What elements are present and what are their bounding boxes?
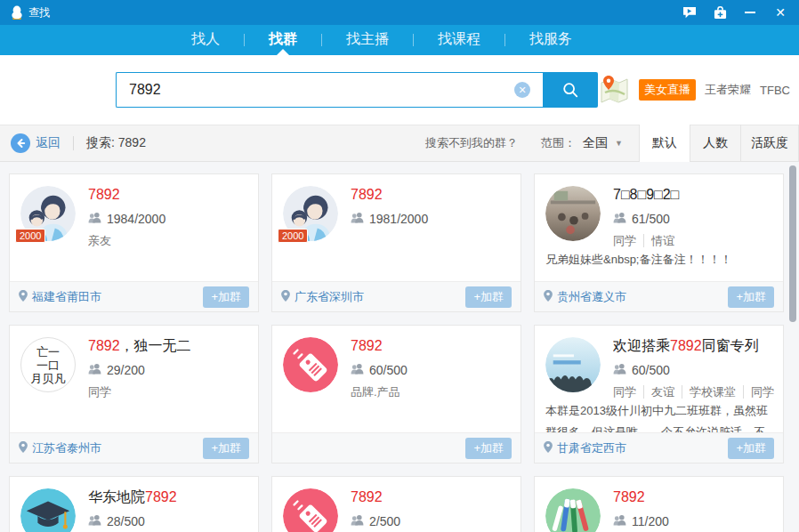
group-tags: 亲友 xyxy=(88,233,251,249)
group-card: 7892 2/500 品牌.产品 +加群 xyxy=(271,476,521,532)
group-title[interactable]: 7892 xyxy=(351,487,513,508)
window-titlebar: 查找 ✕ xyxy=(0,0,799,25)
member-count: 60/500 xyxy=(369,363,408,377)
group-tag: 友谊 xyxy=(643,385,674,399)
join-group-button[interactable]: +加群 xyxy=(465,286,512,308)
join-group-button[interactable]: +加群 xyxy=(203,438,249,459)
group-tags: 同学友谊学校课堂同学校友 xyxy=(613,384,776,400)
group-card: 7892 11/200 +加群 xyxy=(534,476,784,532)
member-count: 28/500 xyxy=(107,514,145,528)
group-tag: 品牌.产品 xyxy=(351,385,400,399)
group-avatar: 亡一一口月贝凡 xyxy=(20,337,76,392)
main-nav: 找人找群找主播找课程找服务 xyxy=(0,25,799,55)
search-button[interactable] xyxy=(543,72,598,108)
group-card: 华东地院7892 28/500 同学 +加群 xyxy=(9,476,259,532)
group-card: 欢迎搭乘7892同窗专列 60/500 同学友谊学校课堂同学校友 本群是2013… xyxy=(534,325,784,463)
nav-tab-2[interactable]: 找群 xyxy=(245,25,321,55)
cannot-find-group-link[interactable]: 搜索不到我的群？ xyxy=(425,135,518,151)
join-group-button[interactable]: +加群 xyxy=(465,438,512,459)
member-count: 29/200 xyxy=(107,363,145,377)
chevron-down-icon: ▼ xyxy=(615,139,623,148)
location-pin-icon xyxy=(544,441,553,455)
live-stream-badge[interactable]: 美女直播 xyxy=(639,79,696,101)
search-term-label: 搜索: 7892 xyxy=(86,135,146,151)
search-section: ✕ 美女直播 王者荣耀 TFBC xyxy=(0,55,799,125)
group-tag: 同学 xyxy=(613,234,636,247)
app-box-icon[interactable] xyxy=(708,3,731,22)
location-pin-icon xyxy=(281,290,290,304)
card-footer: +加群 xyxy=(272,432,521,463)
members-icon xyxy=(613,362,626,378)
group-tag: 同学 xyxy=(613,385,636,399)
group-tags: 同学 xyxy=(88,384,251,400)
group-title[interactable]: 欢迎搭乘7892同窗专列 xyxy=(613,335,776,357)
group-title[interactable]: 7892 xyxy=(351,335,513,357)
group-title[interactable]: 7892 xyxy=(351,184,513,206)
nav-tab-4[interactable]: 找课程 xyxy=(414,25,504,55)
location-pin-icon xyxy=(544,290,553,304)
group-title[interactable]: 7□8□9□2□ xyxy=(613,184,776,206)
group-avatar xyxy=(545,186,601,241)
nav-tab-5[interactable]: 找服务 xyxy=(505,25,596,55)
join-group-button[interactable]: +加群 xyxy=(728,438,774,459)
sort-tab-3[interactable]: 活跃度 xyxy=(740,125,799,162)
scrollbar-thumb[interactable] xyxy=(789,165,796,322)
members-icon xyxy=(88,362,101,378)
scope-dropdown[interactable]: 全国 ▼ xyxy=(583,135,623,151)
result-toolbar: 返回 搜索: 7892 搜索不到我的群？ 范围： 全国 ▼ 默认人数活跃度 xyxy=(0,125,799,162)
group-location: 甘肃省定西市 xyxy=(544,440,626,456)
group-tag: 学校课堂 xyxy=(682,385,736,399)
group-location: 江苏省泰州市 xyxy=(19,440,101,456)
group-card: 7892 60/500 品牌.产品 +加群 xyxy=(271,325,521,463)
card-footer: 广东省深圳市 +加群 xyxy=(272,281,521,311)
member-count: 1981/2000 xyxy=(369,212,428,226)
divider xyxy=(73,136,74,150)
group-avatar: 2000 xyxy=(283,186,338,241)
close-button[interactable]: ✕ xyxy=(769,3,792,22)
member-count: 1984/2000 xyxy=(107,212,165,226)
group-title[interactable]: 7892 xyxy=(88,184,251,206)
members-icon xyxy=(613,513,626,529)
join-group-button[interactable]: +加群 xyxy=(203,286,249,308)
nav-tab-3[interactable]: 找主播 xyxy=(322,25,413,55)
group-tag: 同学 xyxy=(743,385,774,399)
group-title[interactable]: 华东地院7892 xyxy=(88,487,251,508)
nav-tab-1[interactable]: 找人 xyxy=(167,25,244,55)
location-pin-icon xyxy=(19,441,28,455)
group-avatar xyxy=(283,488,338,532)
group-title[interactable]: 7892，独一无二 xyxy=(88,335,251,357)
group-location: 福建省莆田市 xyxy=(19,289,101,305)
window-title: 查找 xyxy=(28,5,50,20)
feedback-icon[interactable] xyxy=(678,3,701,22)
sort-tab-1[interactable]: 默认 xyxy=(639,125,690,162)
card-footer: 江苏省泰州市 +加群 xyxy=(10,432,258,463)
clear-search-icon[interactable]: ✕ xyxy=(514,82,530,98)
card-footer: 福建省莆田市 +加群 xyxy=(10,281,258,311)
card-footer: 贵州省遵义市 +加群 xyxy=(535,281,783,311)
join-group-button[interactable]: +加群 xyxy=(728,286,774,308)
sort-tab-2[interactable]: 人数 xyxy=(690,125,740,162)
group-tags: 同学情谊 xyxy=(613,233,776,249)
group-card: 2000 7892 1981/2000 广东省深圳市 +加群 xyxy=(271,173,521,312)
capacity-badge: 2000 xyxy=(15,229,45,243)
group-title[interactable]: 7892 xyxy=(613,487,776,508)
qq-logo-icon xyxy=(11,5,23,20)
group-avatar xyxy=(545,337,601,392)
minimize-button[interactable] xyxy=(738,3,762,22)
nearby-map-icon[interactable] xyxy=(598,74,630,106)
group-card: 2000 7892 1984/2000 亲友 福建省莆田市 +加群 xyxy=(9,173,259,312)
back-button[interactable]: 返回 xyxy=(11,133,61,153)
group-tag: 亲友 xyxy=(88,234,111,247)
member-count: 2/500 xyxy=(369,514,400,528)
scope-label: 范围： xyxy=(541,135,576,151)
hot-link-2[interactable]: TFBC xyxy=(760,84,790,97)
text-avatar: 亡一一口月贝凡 xyxy=(20,337,76,392)
group-description: 兄弟姐妹些&nbsp;备注备注！！！！ xyxy=(545,249,774,270)
members-icon xyxy=(88,211,101,227)
group-tag: 情谊 xyxy=(643,234,674,247)
group-avatar xyxy=(20,488,76,532)
hot-link-1[interactable]: 王者荣耀 xyxy=(705,82,751,98)
search-input[interactable] xyxy=(116,72,543,108)
members-icon xyxy=(351,211,364,227)
members-icon xyxy=(88,513,101,529)
